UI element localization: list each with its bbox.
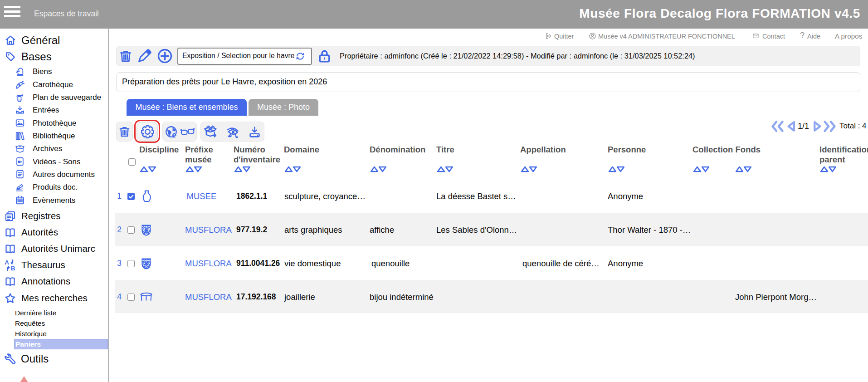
svg-text:B: B bbox=[11, 265, 15, 272]
svg-text:A: A bbox=[5, 259, 9, 266]
